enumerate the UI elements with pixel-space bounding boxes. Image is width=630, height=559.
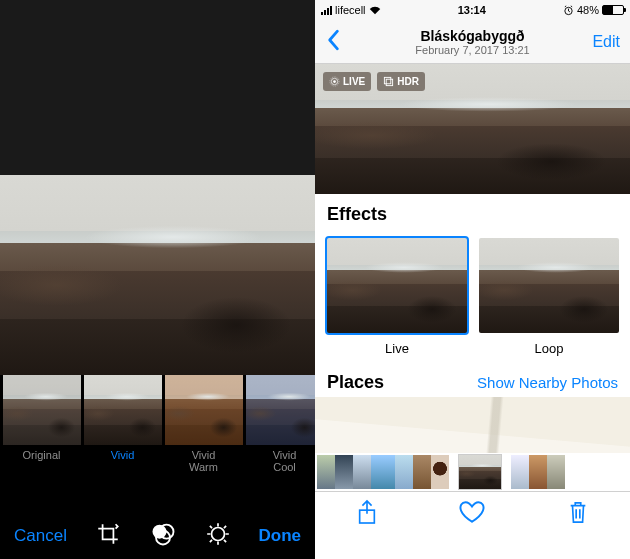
photo-editor-pane: OriginalVividVivid WarmVivid Cool Cancel [0,0,315,559]
crop-rotate-icon[interactable] [95,521,121,551]
effect-label: Loop [479,341,619,356]
filter-vivid[interactable]: Vivid [83,375,162,475]
signal-icon [321,6,332,15]
filter-vivid-warm[interactable]: Vivid Warm [164,375,243,475]
effect-label: Live [327,341,467,356]
editor-empty-top [0,0,315,175]
clock: 13:14 [458,4,486,16]
svg-rect-8 [385,77,391,83]
wifi-icon [369,6,381,15]
bottom-toolbar [315,491,630,535]
live-badge: LIVE [323,72,371,91]
carrier-label: lifecell [335,4,366,16]
filter-strip[interactable]: OriginalVividVivid WarmVivid Cool [0,375,315,475]
places-map[interactable] [315,397,630,453]
svg-point-3 [211,528,224,541]
battery-pct: 48% [577,4,599,16]
detail-photo[interactable]: LIVE HDR [315,64,630,194]
svg-point-5 [333,80,336,83]
editor-toolbar: Cancel [0,513,315,559]
effects-section: Effects [315,194,630,229]
svg-rect-9 [386,79,392,85]
effects-row[interactable]: LiveLoop [315,229,630,360]
done-button[interactable]: Done [259,526,302,546]
filter-label: Vivid Cool [273,449,297,473]
filter-label: Vivid Warm [189,449,218,473]
battery-icon [602,5,624,15]
places-section: Places Show Nearby Photos [315,360,630,397]
date-label: February 7, 2017 13:21 [315,44,630,56]
adjust-icon[interactable] [205,521,231,551]
location-label: Bláskógabyggð [315,28,630,44]
alarm-icon [563,5,574,16]
filter-original[interactable]: Original [2,375,81,475]
nav-title: Bláskógabyggð February 7, 2017 13:21 [315,28,630,56]
hdr-badge: HDR [377,72,425,91]
editor-main-photo[interactable] [0,175,315,375]
edit-button[interactable]: Edit [592,33,620,51]
effect-live[interactable]: Live [327,238,467,356]
back-button[interactable] [325,29,341,55]
cancel-button[interactable]: Cancel [14,526,67,546]
filters-icon[interactable] [149,520,177,552]
show-nearby-link[interactable]: Show Nearby Photos [477,374,618,391]
photo-scrubber[interactable] [315,453,630,491]
effects-heading: Effects [327,204,618,225]
filter-vivid-cool[interactable]: Vivid Cool [245,375,324,475]
filter-label: Vivid [111,449,135,473]
favorite-icon[interactable] [459,500,485,528]
places-heading: Places [327,372,384,393]
nav-bar: Bláskógabyggð February 7, 2017 13:21 Edi… [315,20,630,64]
status-bar: lifecell 13:14 48% [315,0,630,20]
filter-label: Original [23,449,61,473]
share-icon[interactable] [356,499,378,529]
trash-icon[interactable] [567,499,589,529]
effect-loop[interactable]: Loop [479,238,619,356]
photo-detail-pane: lifecell 13:14 48% Bláskógabyggð Februar… [315,0,630,559]
